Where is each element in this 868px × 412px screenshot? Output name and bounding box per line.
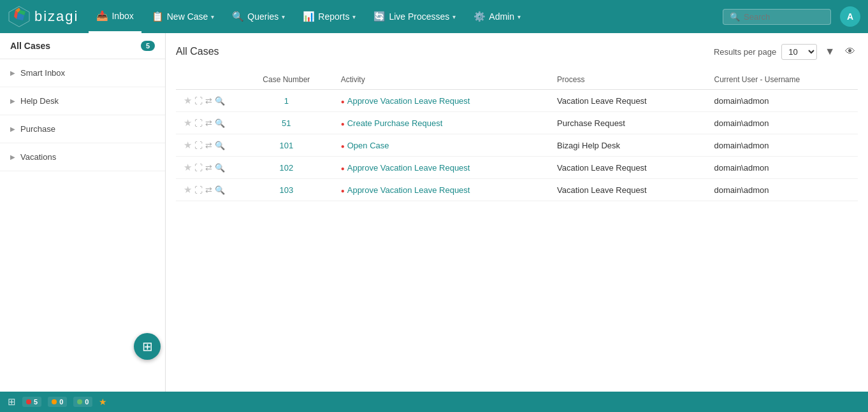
reports-label: Reports (318, 11, 349, 22)
admin-chevron: ▾ (517, 13, 521, 20)
purchase-chevron-icon: ▶ (10, 125, 15, 132)
activity-cell-2[interactable]: ●Open Case (333, 134, 549, 157)
sidebar: All Cases 5 ▶ Smart Inbox ▶ Help Desk ▶ … (0, 33, 166, 392)
row-actions-3: ★ ⛶ ⇄ 🔍 (176, 157, 240, 179)
case-search-icon-3[interactable]: 🔍 (215, 163, 225, 173)
nav-queries[interactable]: 🔍 Queries ▾ (224, 0, 293, 33)
col-activity: Activity (333, 70, 549, 90)
reports-chevron: ▾ (352, 13, 356, 20)
new-case-icon: 📋 (152, 11, 164, 22)
case-number-cell-0[interactable]: 1 (240, 90, 333, 112)
inbox-label: Inbox (112, 11, 133, 21)
user-cell-3: domain\admon (706, 157, 858, 179)
live-processes-label: Live Processes (389, 11, 449, 22)
user-cell-1: domain\admon (706, 112, 858, 134)
smart-inbox-chevron-icon: ▶ (10, 69, 15, 76)
case-link-icon-4[interactable]: ⇄ (205, 185, 212, 195)
filter-icon[interactable]: ▼ (822, 43, 837, 60)
case-number-cell-4[interactable]: 103 (240, 179, 333, 201)
live-processes-chevron: ▾ (452, 13, 456, 20)
case-tree-icon-2[interactable]: ⛶ (194, 141, 203, 150)
vacations-label: Vacations (20, 152, 56, 162)
case-number-cell-2[interactable]: 101 (240, 134, 333, 157)
user-cell-4: domain\admon (706, 179, 858, 201)
admin-label: Admin (489, 11, 514, 22)
sidebar-header: All Cases 5 (0, 33, 165, 59)
star-icon-1[interactable]: ★ (184, 117, 192, 129)
fab-button[interactable]: ⊞ (134, 333, 161, 360)
case-number-cell-1[interactable]: 51 (240, 112, 333, 134)
fab-icon: ⊞ (142, 339, 153, 354)
admin-icon: ⚙️ (474, 11, 486, 22)
search-icon: 🔍 (730, 12, 740, 22)
sidebar-count-badge: 5 (141, 41, 155, 51)
case-search-icon-0[interactable]: 🔍 (215, 96, 225, 106)
col-process: Process (549, 70, 706, 90)
star-icon-4[interactable]: ★ (184, 184, 192, 195)
row-actions-2: ★ ⛶ ⇄ 🔍 (176, 134, 240, 157)
sidebar-item-vacations[interactable]: ▶ Vacations (0, 143, 165, 171)
row-actions-0: ★ ⛶ ⇄ 🔍 (176, 90, 240, 112)
smart-inbox-label: Smart Inbox (20, 68, 65, 78)
star-icon-2[interactable]: ★ (184, 139, 192, 151)
queries-label: Queries (247, 11, 278, 22)
nav-admin[interactable]: ⚙️ Admin ▾ (466, 0, 528, 33)
case-link-icon-0[interactable]: ⇄ (205, 96, 212, 106)
activity-cell-1[interactable]: ●Create Purchase Request (333, 112, 549, 134)
results-per-page-select[interactable]: 10 20 50 100 (781, 44, 817, 60)
case-link-icon-2[interactable]: ⇄ (205, 141, 212, 150)
case-search-icon-4[interactable]: 🔍 (215, 185, 225, 195)
sidebar-item-smart-inbox[interactable]: ▶ Smart Inbox (0, 59, 165, 87)
table-row: ★ ⛶ ⇄ 🔍 1 ●Approve Vacation Leave Reques… (176, 90, 858, 112)
star-icon-0[interactable]: ★ (184, 95, 192, 106)
nav-inbox[interactable]: 📥 Inbox (89, 0, 141, 33)
star-icon-3[interactable]: ★ (184, 162, 192, 173)
sidebar-item-purchase[interactable]: ▶ Purchase (0, 115, 165, 143)
activity-cell-3[interactable]: ●Approve Vacation Leave Request (333, 157, 549, 179)
sidebar-item-help-desk[interactable]: ▶ Help Desk (0, 87, 165, 115)
vacations-chevron-icon: ▶ (10, 153, 15, 160)
case-tree-icon-4[interactable]: ⛶ (194, 185, 203, 195)
case-number-cell-3[interactable]: 102 (240, 157, 333, 179)
case-tree-icon-0[interactable]: ⛶ (194, 96, 203, 106)
table-row: ★ ⛶ ⇄ 🔍 101 ●Open Case Bizagi Help Desk … (176, 134, 858, 157)
nav-new-case[interactable]: 📋 New Case ▾ (144, 0, 222, 33)
case-tree-icon-3[interactable]: ⛶ (194, 163, 203, 173)
reports-icon: 📊 (303, 11, 315, 22)
user-cell-2: domain\admon (706, 134, 858, 157)
purchase-label: Purchase (20, 124, 55, 134)
row-actions-1: ★ ⛶ ⇄ 🔍 (176, 112, 240, 134)
case-tree-icon-1[interactable]: ⛶ (194, 118, 203, 128)
queries-chevron: ▾ (282, 13, 285, 20)
col-case-number: Case Number (240, 70, 333, 90)
table-row: ★ ⛶ ⇄ 🔍 51 ●Create Purchase Request Purc… (176, 112, 858, 134)
user-avatar[interactable]: A (840, 6, 860, 27)
nav-reports[interactable]: 📊 Reports ▾ (295, 0, 363, 33)
live-processes-icon: 🔄 (373, 11, 386, 22)
new-case-chevron: ▾ (211, 13, 214, 20)
case-link-icon-1[interactable]: ⇄ (205, 118, 212, 128)
cases-table: Case Number Activity Process Current Use… (176, 70, 858, 201)
view-icon[interactable]: 👁 (843, 43, 858, 60)
case-search-icon-2[interactable]: 🔍 (215, 141, 225, 150)
process-cell-0: Vacation Leave Request (549, 90, 706, 112)
nav-live-processes[interactable]: 🔄 Live Processes ▾ (366, 0, 463, 33)
main-content: All Cases Results per page 10 20 50 100 … (166, 33, 868, 392)
logo-icon (8, 5, 31, 28)
search-box[interactable]: 🔍 (723, 9, 831, 25)
logo[interactable]: bizagi (8, 5, 78, 28)
top-nav: bizagi 📥 Inbox 📋 New Case ▾ 🔍 Queries ▾ … (0, 0, 868, 33)
search-input[interactable] (744, 12, 824, 22)
case-search-icon-1[interactable]: 🔍 (215, 118, 225, 128)
help-desk-chevron-icon: ▶ (10, 97, 15, 104)
new-case-label: New Case (167, 11, 208, 22)
activity-cell-0[interactable]: ●Approve Vacation Leave Request (333, 90, 549, 112)
case-link-icon-3[interactable]: ⇄ (205, 163, 212, 173)
col-actions (176, 70, 240, 90)
process-cell-2: Bizagi Help Desk (549, 134, 706, 157)
user-cell-0: domain\admon (706, 90, 858, 112)
activity-cell-4[interactable]: ●Approve Vacation Leave Request (333, 179, 549, 201)
help-desk-label: Help Desk (20, 96, 59, 106)
inbox-icon: 📥 (96, 10, 108, 22)
table-row: ★ ⛶ ⇄ 🔍 102 ●Approve Vacation Leave Requ… (176, 157, 858, 179)
